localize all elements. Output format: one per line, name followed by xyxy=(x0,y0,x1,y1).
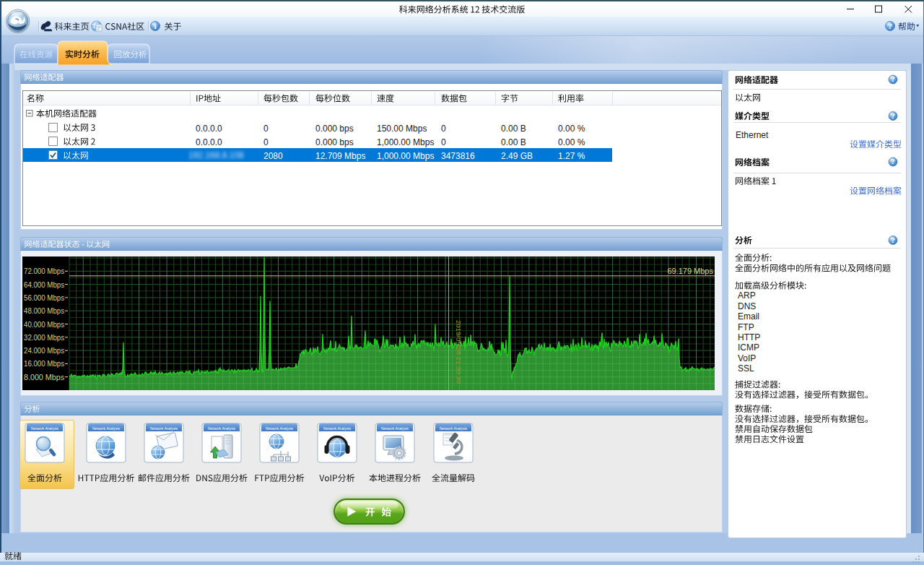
svg-text:i: i xyxy=(154,22,156,30)
svg-text:?: ? xyxy=(888,22,892,30)
svg-text:?: ? xyxy=(891,75,894,83)
svg-text:?: ? xyxy=(891,112,894,120)
svg-text:?: ? xyxy=(891,158,894,165)
svg-text:?: ? xyxy=(891,236,894,244)
